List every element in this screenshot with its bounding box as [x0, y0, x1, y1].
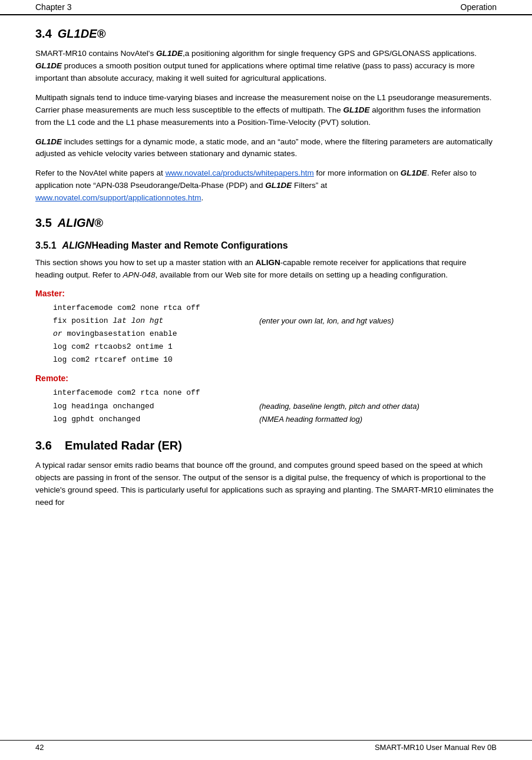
page-header: Chapter 3 Operation — [0, 0, 532, 15]
section-35-num: 3.5 — [35, 216, 52, 230]
master-code-text-1: interfacemode com2 none rtca off — [53, 302, 242, 315]
master-code-text-5: log com2 rtcaref ontime 10 — [53, 353, 242, 366]
master-code-line-2: fix position lat lon hgt (enter your own… — [53, 315, 497, 328]
remote-code-text-2: log headinga onchanged — [53, 400, 242, 413]
remote-label: Remote: — [35, 374, 497, 383]
remote-code-line-3: log gphdt onchanged (NMEA heading format… — [53, 413, 497, 426]
section-351-num: 3.5.1 — [35, 240, 57, 251]
page-number: 42 — [35, 743, 44, 752]
gl1de-inline-4: GL1DE — [35, 137, 62, 146]
apn048-ref: APN-048 — [123, 270, 156, 279]
section-36-title: Emulated Radar (ER) — [65, 439, 182, 452]
gl1de-inline-1: GL1DE — [156, 49, 183, 58]
section-351-title-post: Heading Master and Remote Configurations — [91, 240, 288, 250]
whitepapers-link[interactable]: www.novatel.ca/products/whitepapers.htm — [166, 168, 314, 177]
remote-code-text-1: interfacemode com2 rtca none off — [53, 386, 242, 399]
section-36-p1: A typical radar sensor emits radio beams… — [35, 460, 497, 509]
master-code-block: interfacemode com2 none rtca off fix pos… — [53, 302, 497, 366]
section-34-num: 3.4 — [35, 27, 52, 41]
section-34-heading: 3.4 GL1DE® — [35, 27, 497, 41]
section-34-p4: Refer to the NovAtel white papers at www… — [35, 167, 497, 204]
gl1de-inline-3: GL1DE — [343, 105, 370, 114]
remote-code-comment-3: (NMEA heading formatted log) — [259, 413, 362, 426]
master-code-line-4: log com2 rtcaobs2 ontime 1 — [53, 341, 497, 353]
master-code-text-4: log com2 rtcaobs2 ontime 1 — [53, 341, 242, 353]
master-code-comment-2: (enter your own lat, lon, and hgt values… — [259, 315, 394, 328]
remote-code-text-3: log gphdt onchanged — [53, 413, 242, 426]
remote-code-block: interfacemode com2 rtca none off log hea… — [53, 386, 497, 425]
section-36-heading: 3.6 Emulated Radar (ER) — [35, 439, 497, 452]
master-code-line-3: or movingbasestation enable — [53, 328, 497, 341]
section-36-num: 3.6 — [35, 439, 52, 452]
section-34-p2: Multipath signals tend to induce time-va… — [35, 92, 497, 129]
section-35-title: ALIGN® — [58, 216, 103, 230]
section-34-p3: GL1DE includes settings for a dynamic mo… — [35, 136, 497, 161]
section-351-title: ALIGNHeading Master and Remote Configura… — [62, 240, 288, 251]
page-footer: 42 SMART-MR10 User Manual Rev 0B — [0, 740, 532, 754]
remote-code-line-1: interfacemode com2 rtca none off — [53, 386, 497, 399]
section-351-p1: This section shows you how to set up a m… — [35, 257, 497, 282]
appnotes-link[interactable]: www.novatel.com/support/applicationnotes… — [35, 193, 201, 202]
master-code-line-5: log com2 rtcaref ontime 10 — [53, 353, 497, 366]
section-34-title: GL1DE® — [58, 27, 105, 41]
master-code-line-1: interfacemode com2 none rtca off — [53, 302, 497, 315]
gl1de-inline-5: GL1DE — [401, 168, 427, 177]
remote-code-comment-2: (heading, baseline length, pitch and oth… — [259, 400, 419, 413]
product-label: SMART-MR10 User Manual Rev 0B — [375, 743, 497, 752]
master-code-text-2: fix position lat lon hgt — [53, 315, 242, 328]
section-351-heading: 3.5.1 ALIGNHeading Master and Remote Con… — [35, 240, 497, 251]
master-label: Master: — [35, 289, 497, 298]
gl1de-inline-2: GL1DE — [35, 61, 62, 70]
section-34-p1: SMART-MR10 contains NovAtel's GL1DE,a po… — [35, 48, 497, 85]
gl1de-inline-6: GL1DE — [265, 181, 292, 190]
chapter-label: Chapter 3 — [35, 2, 71, 12]
operation-label: Operation — [461, 2, 497, 12]
section-35-heading: 3.5 ALIGN® — [35, 216, 497, 230]
align-bold-1: ALIGN — [256, 258, 280, 267]
master-code-text-3: or movingbasestation enable — [53, 328, 242, 341]
align-brand-title: ALIGN — [62, 240, 92, 250]
remote-code-line-2: log headinga onchanged (heading, baselin… — [53, 400, 497, 413]
